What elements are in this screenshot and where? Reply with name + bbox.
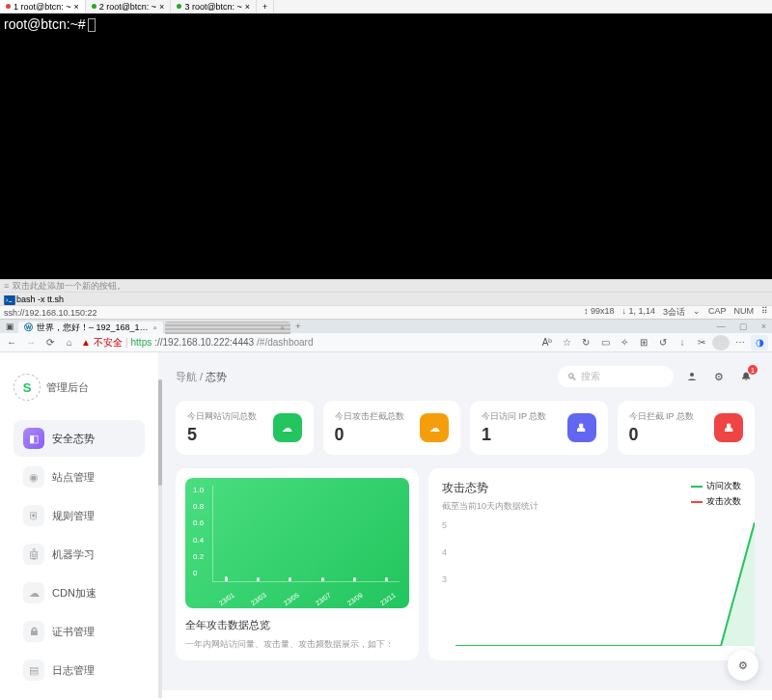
close-icon[interactable]: × (245, 2, 250, 12)
maximize-icon[interactable]: ▢ (735, 322, 752, 331)
close-icon[interactable]: × (280, 323, 285, 332)
terminal-tab-3[interactable]: 3 root@btcn: ~× (171, 0, 257, 13)
line-title: 攻击态势 (442, 480, 538, 496)
svg-point-1 (690, 373, 694, 377)
line-chart-card: 攻击态势 截至当前10天内数据统计 访问次数 攻击次数 543 (428, 468, 755, 660)
user-icon[interactable] (683, 368, 701, 385)
brand-logo-icon: S (14, 374, 41, 401)
card-blocks: 今日攻击拦截总数0☁ (323, 401, 461, 455)
wordpress-icon: ⓦ (24, 322, 33, 334)
status-bar: ssh://192.168.10.150:22 ↕ 99x18 ↓ 1, 1,1… (0, 305, 772, 319)
close-icon[interactable]: × (152, 323, 157, 332)
bar-chart-card: 1.00.80.60.40.20 23/0123/0323/0523/0723/… (176, 468, 419, 660)
close-icon[interactable]: × (73, 2, 78, 12)
bar-chart: 1.00.80.60.40.20 23/0123/0323/0523/0723/… (185, 478, 409, 608)
cloud-icon: ☁ (23, 582, 44, 603)
search-input[interactable]: 🔍︎搜索 (558, 366, 674, 387)
shell-prompt: root@btcn:~# (4, 16, 86, 32)
cursor-pos: ↓ 1, 1,14 (621, 306, 655, 319)
sidebar-icon[interactable]: ▣ (2, 319, 17, 334)
connection-text: ssh://192.168.10.150:22 (4, 308, 97, 318)
history-icon[interactable]: ↺ (654, 335, 672, 350)
collections-icon[interactable]: ✧ (616, 335, 633, 350)
home-icon[interactable]: ⌂ (62, 335, 77, 350)
doc-icon: ▤ (23, 659, 44, 681)
url-field[interactable]: ▲ 不安全 | https://192.168.10.222:4443/#/da… (81, 336, 535, 350)
read-aloud-icon[interactable]: Aᵇ (538, 335, 556, 350)
close-icon[interactable]: × (758, 322, 770, 331)
main-content: 导航 / 态势 🔍︎搜索 ⚙ 🔔︎1 今日网站访问总数5☁ 今日攻击拦截总数0☁… (158, 352, 772, 690)
globe-icon: ◉ (23, 466, 44, 488)
profile-icon[interactable] (712, 335, 730, 350)
favorite-icon[interactable]: ☆ (558, 335, 575, 350)
gear-icon[interactable]: ⚙ (710, 368, 728, 385)
card-blockedips: 今日拦截 IP 总数0👤︎ (618, 401, 756, 455)
bell-icon[interactable]: 🔔︎1 (737, 368, 755, 385)
user-icon: 👤︎ (567, 413, 596, 442)
shell-icon (4, 294, 14, 303)
brand[interactable]: S 管理后台 (8, 366, 151, 418)
terminal-tab-1[interactable]: 1 root@btcn: ~× (0, 0, 86, 13)
address-bar: ← → ⟳ ⌂ ▲ 不安全 | https://192.168.10.222:4… (0, 333, 772, 352)
shield-icon: ☁ (420, 413, 449, 442)
stat-cards: 今日网站访问总数5☁ 今日攻击拦截总数0☁ 今日访问 IP 总数1👤︎ 今日拦截… (176, 401, 755, 455)
new-tab-button[interactable]: + (291, 322, 305, 331)
search-icon: 🔍︎ (567, 372, 577, 382)
sidebar-item-rules[interactable]: ⛨规则管理 (14, 497, 145, 534)
summary-title: 全年攻击数据总览 (185, 618, 409, 632)
sidebar-item-sites[interactable]: ◉站点管理 (14, 459, 145, 495)
copilot-icon[interactable]: ◑ (751, 335, 768, 350)
caps-indicator: CAP (708, 306, 727, 319)
browser-tab-1[interactable]: ⓦ 世界，您好！– 192_168_10_222 × (18, 322, 163, 334)
sidebar: S 管理后台 ◧安全态势 ◉站点管理 ⛨规则管理 🤖︎机器学习 ☁CDN加速 🔒… (0, 352, 158, 690)
screenshot-icon[interactable]: ✂ (693, 335, 710, 350)
notif-badge: 1 (748, 365, 758, 375)
cloud-icon: ☁ (273, 413, 302, 442)
sidebar-item-cert[interactable]: 🔒︎证书管理 (14, 613, 145, 650)
back-icon[interactable]: ← (4, 335, 19, 350)
sidebar-item-cdn[interactable]: ☁CDN加速 (14, 574, 145, 611)
minimize-icon[interactable]: — (713, 322, 730, 331)
refresh-page-icon[interactable]: ↻ (577, 335, 594, 350)
encoding[interactable]: 3会话 (663, 306, 685, 319)
terminal-pane[interactable]: root@btcn:~# (0, 14, 772, 279)
svg-rect-0 (5, 296, 15, 305)
sidebar-item-logs[interactable]: ▤日志管理 (14, 652, 145, 688)
terminal-tabs: 1 root@btcn: ~× 2 root@btcn: ~× 3 root@b… (0, 0, 772, 14)
card-visits: 今日网站访问总数5☁ (176, 401, 314, 455)
extension-icon[interactable]: ⊞ (635, 335, 652, 350)
new-tab-button[interactable]: + (257, 0, 274, 13)
forward-icon[interactable]: → (23, 335, 39, 350)
reader-icon[interactable]: ▭ (596, 335, 614, 350)
term-size: ↕ 99x18 (584, 306, 615, 319)
gear-icon: ⚙ (738, 659, 748, 672)
dashboard-icon: ◧ (23, 428, 44, 449)
svg-marker-2 (455, 522, 755, 646)
grip-icon: ⠿ (761, 306, 768, 319)
cursor (88, 18, 96, 32)
dashboard: S 管理后台 ◧安全态势 ◉站点管理 ⛨规则管理 🤖︎机器学习 ☁CDN加速 🔒… (0, 352, 772, 690)
warning-icon: ▲ (81, 337, 91, 348)
user-icon: 👤︎ (714, 413, 743, 442)
sidebar-item-ml[interactable]: 🤖︎机器学习 (14, 536, 145, 573)
close-icon[interactable]: × (159, 2, 164, 12)
browser-tab-2[interactable]: × (165, 322, 290, 334)
settings-fab[interactable]: ⚙ (728, 650, 758, 681)
browser-tabstrip: ▣ ⓦ 世界，您好！– 192_168_10_222 × × + — ▢ × (0, 319, 772, 333)
line-chart (455, 520, 755, 646)
download-icon[interactable]: ↓ (674, 335, 691, 350)
robot-icon: 🤖︎ (23, 544, 44, 565)
menu-icon[interactable]: ⋯ (731, 335, 749, 350)
breadcrumb: 导航 / 态势 (176, 370, 227, 384)
hint-bar[interactable]: ≡双击此处添加一个新的按钮。 (0, 279, 772, 292)
card-ips: 今日访问 IP 总数1👤︎ (470, 401, 608, 455)
sidebar-item-security[interactable]: ◧安全态势 (14, 420, 145, 457)
task-bar[interactable]: bash -x tt.sh (0, 292, 772, 305)
reload-icon[interactable]: ⟳ (42, 335, 58, 350)
legend: 访问次数 攻击次数 (691, 480, 741, 513)
shield-icon: ⛨ (23, 505, 44, 526)
terminal-tab-2[interactable]: 2 root@btcn: ~× (86, 0, 172, 13)
lock-icon: 🔒︎ (23, 621, 44, 642)
menu-icon[interactable]: ≡ (4, 281, 9, 291)
num-indicator: NUM (734, 306, 755, 319)
